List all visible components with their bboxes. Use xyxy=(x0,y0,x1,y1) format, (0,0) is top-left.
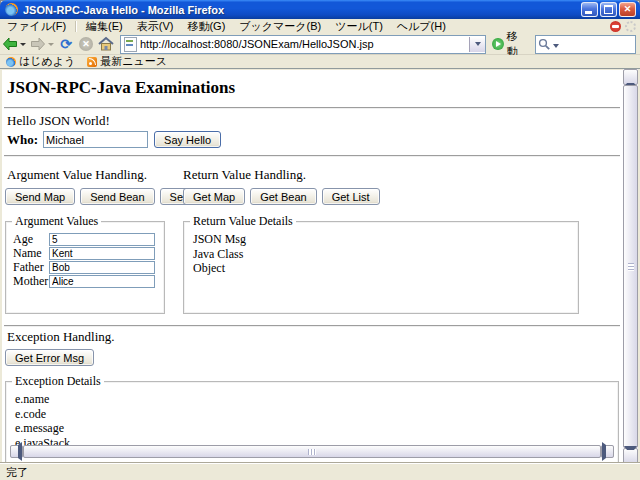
forward-dropdown-caret[interactable] xyxy=(48,43,54,46)
close-button[interactable] xyxy=(619,2,636,17)
forward-button[interactable] xyxy=(28,35,56,53)
vertical-scrollbar[interactable] xyxy=(623,69,638,464)
page-title: JSON-RPC-Java Examinations xyxy=(7,78,235,98)
search-engine-caret[interactable] xyxy=(553,44,559,48)
reload-icon: ⟳ xyxy=(58,36,74,52)
window-title: JSON-RPC-Java Hello - Mozilla Firefox xyxy=(23,4,581,16)
vertical-scroll-thumb[interactable] xyxy=(623,85,638,448)
field-row: Name xyxy=(13,246,42,260)
return-buttons: Get Map Get Bean Get List xyxy=(183,188,380,205)
go-icon xyxy=(492,38,503,50)
horizontal-scroll-thumb[interactable] xyxy=(23,445,601,458)
fieldset-legend: Return Value Details xyxy=(190,214,296,228)
bookmark-label: はじめよう xyxy=(19,54,75,69)
return-line-object: Object xyxy=(193,261,246,276)
stop-button[interactable]: ✕ xyxy=(76,35,96,53)
stop-icon: ✕ xyxy=(79,37,93,51)
get-error-msg-button[interactable]: Get Error Msg xyxy=(5,349,94,366)
bookmarks-toolbar: はじめよう 最新ニュース xyxy=(0,55,640,69)
bookmark-latest-news[interactable]: 最新ニュース xyxy=(81,55,173,68)
field-label: Father xyxy=(13,260,44,275)
field-label: Mother xyxy=(13,274,48,289)
menu-go[interactable]: 移動(G) xyxy=(180,18,232,35)
forward-arrow-icon xyxy=(30,36,46,52)
argument-section-title: Argument Value Handling. xyxy=(7,167,147,183)
url-dropdown-button[interactable] xyxy=(469,37,485,52)
scroll-right-button[interactable] xyxy=(601,445,614,458)
return-detail-lines: JSON Msg Java Class Object xyxy=(193,232,246,276)
url-bar[interactable]: http://localhost:8080/JSONExam/HelloJSON… xyxy=(120,35,486,54)
blocked-popup-icon[interactable] xyxy=(610,21,621,32)
name-input[interactable] xyxy=(49,247,155,260)
get-bean-button[interactable]: Get Bean xyxy=(250,188,316,205)
mother-input[interactable] xyxy=(49,275,155,288)
menu-bar: ファイル(F) 編集(E) 表示(V) 移動(G) ブックマーク(B) ツール(… xyxy=(0,19,640,35)
menu-bookmarks[interactable]: ブックマーク(B) xyxy=(232,18,328,35)
reload-button[interactable]: ⟳ xyxy=(56,35,76,53)
field-row: Father xyxy=(13,260,44,274)
menu-help[interactable]: ヘルプ(H) xyxy=(390,18,453,35)
home-button[interactable] xyxy=(96,35,116,53)
argument-values-fieldset: Argument Values Age Name Father Mother xyxy=(5,221,165,314)
fieldset-legend: Argument Values xyxy=(12,214,101,228)
scroll-up-button[interactable] xyxy=(623,69,638,85)
menu-divider xyxy=(75,21,77,32)
minimize-button[interactable] xyxy=(581,2,598,17)
get-list-button[interactable]: Get List xyxy=(322,188,380,205)
page-favicon xyxy=(124,37,137,52)
return-line-java-class: Java Class xyxy=(193,247,246,262)
back-button[interactable] xyxy=(0,35,28,53)
exception-detail-lines: e.name e.code e.message e.javaStack xyxy=(15,392,70,450)
who-input[interactable] xyxy=(43,131,148,148)
who-label: Who: xyxy=(7,132,38,148)
divider xyxy=(4,155,620,157)
bookmark-getting-started[interactable]: はじめよう xyxy=(0,55,81,68)
search-input[interactable] xyxy=(535,35,636,54)
menu-view[interactable]: 表示(V) xyxy=(130,18,181,35)
scroll-left-button[interactable] xyxy=(10,445,23,458)
menu-tools[interactable]: ツール(T) xyxy=(328,18,390,35)
url-text[interactable]: http://localhost:8080/JSONExam/HelloJSON… xyxy=(140,38,469,50)
say-hello-button[interactable]: Say Hello xyxy=(154,131,221,148)
browser-window: JSON-RPC-Java Hello - Mozilla Firefox ファ… xyxy=(0,0,640,480)
divider xyxy=(4,325,620,327)
hello-world-text: Hello JSON World! xyxy=(7,113,110,129)
return-line-json-msg: JSON Msg xyxy=(193,232,246,247)
field-label: Name xyxy=(13,246,42,261)
exception-details-fieldset: Exception Details e.name e.code e.messag… xyxy=(5,381,619,463)
send-map-button[interactable]: Send Map xyxy=(5,188,75,205)
exception-line-message: e.message xyxy=(15,421,70,436)
chevron-down-icon xyxy=(475,42,481,46)
father-input[interactable] xyxy=(49,261,155,274)
title-bar[interactable]: JSON-RPC-Java Hello - Mozilla Firefox xyxy=(0,0,640,19)
restore-button[interactable] xyxy=(600,2,617,17)
exception-buttons: Get Error Msg xyxy=(5,349,94,366)
throbber-icon xyxy=(625,21,636,32)
exception-line-code: e.code xyxy=(15,407,70,422)
navigation-toolbar: ⟳ ✕ http://localhost:8080/JSONExam/Hello… xyxy=(0,34,640,55)
status-bar: 完了 xyxy=(0,463,640,480)
send-bean-button[interactable]: Send Bean xyxy=(80,188,154,205)
livemark-rss-icon xyxy=(87,57,97,67)
firefox-app-icon xyxy=(5,3,18,16)
field-row: Age xyxy=(13,232,33,246)
search-icon xyxy=(538,38,551,51)
horizontal-scrollbar[interactable] xyxy=(10,445,614,458)
return-value-details-fieldset: Return Value Details JSON Msg Java Class… xyxy=(183,221,579,314)
field-row: Mother xyxy=(13,274,48,288)
menu-file[interactable]: ファイル(F) xyxy=(0,18,73,35)
back-arrow-icon xyxy=(2,36,18,52)
home-icon xyxy=(98,36,114,52)
age-input[interactable] xyxy=(49,233,155,246)
return-section-title: Return Value Handling. xyxy=(183,167,306,183)
status-text: 完了 xyxy=(0,465,28,480)
bookmark-label: 最新ニュース xyxy=(100,54,167,69)
scroll-down-button[interactable] xyxy=(623,448,638,464)
get-map-button[interactable]: Get Map xyxy=(183,188,245,205)
exception-section-title: Exception Handling. xyxy=(7,329,115,345)
fieldset-legend: Exception Details xyxy=(12,374,104,388)
field-label: Age xyxy=(13,232,33,247)
menu-edit[interactable]: 編集(E) xyxy=(79,18,130,35)
back-dropdown-caret[interactable] xyxy=(20,43,26,46)
firefox-bookmark-icon xyxy=(6,57,16,67)
